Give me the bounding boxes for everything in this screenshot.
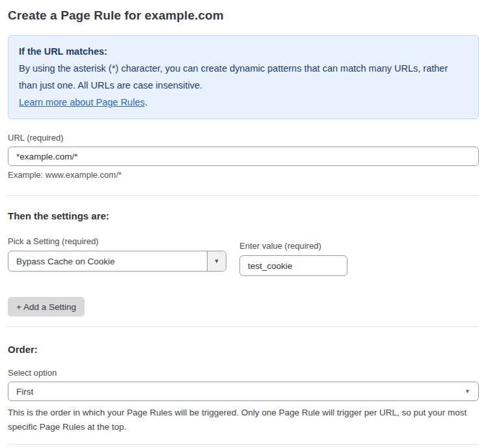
info-box-heading: If the URL matches: bbox=[19, 43, 468, 60]
link-suffix: . bbox=[144, 97, 147, 107]
page-title: Create a Page Rule for example.com bbox=[8, 8, 479, 23]
url-example-helper: Example: www.example.com/* bbox=[8, 170, 479, 180]
order-helper-text: This is the order in which your Page Rul… bbox=[8, 406, 479, 434]
divider bbox=[8, 444, 479, 445]
order-select-value: First bbox=[16, 387, 33, 397]
info-box-link-line: Learn more about Page Rules. bbox=[19, 94, 468, 111]
add-setting-button[interactable]: + Add a Setting bbox=[8, 297, 85, 316]
url-field-label: URL (required) bbox=[8, 133, 479, 143]
order-select[interactable]: First ▼ bbox=[8, 382, 479, 401]
info-box-body: By using the asterisk (*) character, you… bbox=[19, 60, 468, 94]
setting-select-dropdown[interactable]: Bypass Cache on Cookie ▼ bbox=[8, 251, 226, 272]
order-select-label: Select option bbox=[8, 368, 479, 378]
chevron-down-icon: ▼ bbox=[465, 388, 470, 395]
url-match-info-box: If the URL matches: By using the asteris… bbox=[8, 35, 479, 119]
settings-row: Pick a Setting (required) Bypass Cache o… bbox=[8, 236, 479, 276]
order-section-heading: Order: bbox=[8, 344, 479, 355]
value-field-label: Enter value (required) bbox=[239, 241, 347, 251]
setting-value-column: Enter value (required) bbox=[239, 241, 347, 276]
setting-select-label: Pick a Setting (required) bbox=[8, 236, 226, 246]
setting-select-value: Bypass Cache on Cookie bbox=[8, 251, 207, 271]
create-page-rule-panel: Create a Page Rule for example.com If th… bbox=[0, 0, 488, 448]
url-input[interactable] bbox=[8, 147, 479, 166]
divider bbox=[8, 195, 479, 196]
setting-dropdown-arrow-button[interactable]: ▼ bbox=[207, 251, 226, 271]
setting-value-input[interactable] bbox=[239, 255, 347, 276]
setting-select-column: Pick a Setting (required) Bypass Cache o… bbox=[8, 236, 226, 272]
learn-more-link[interactable]: Learn more about Page Rules bbox=[19, 97, 144, 107]
settings-section-heading: Then the settings are: bbox=[8, 210, 479, 221]
chevron-down-icon: ▼ bbox=[214, 258, 220, 264]
divider bbox=[8, 326, 479, 327]
